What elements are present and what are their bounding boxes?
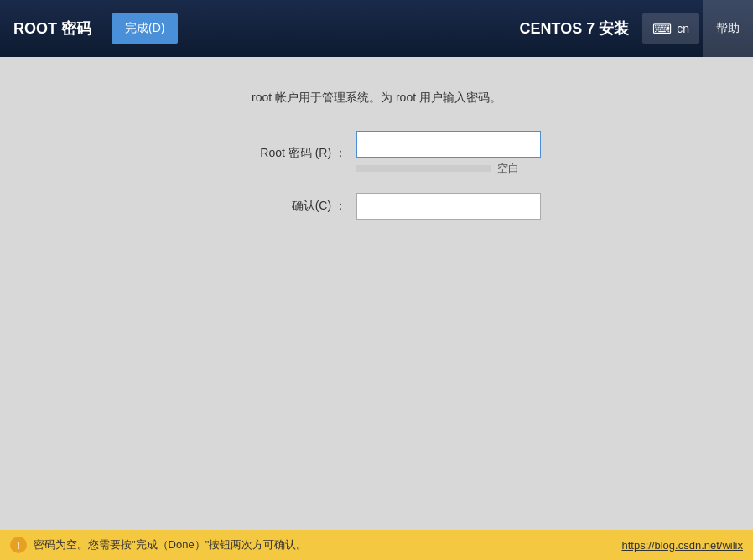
password-input-wrapper: 空白 xyxy=(356,131,541,176)
status-warning-text: 密码为空。您需要按"完成（Done）"按钮两次方可确认。 xyxy=(34,537,307,552)
keyboard-icon: ⌨ xyxy=(652,21,672,37)
main-content: root 帐户用于管理系统。为 root 用户输入密码。 Root 密码 (R)… xyxy=(0,57,753,530)
strength-label: 空白 xyxy=(497,161,519,176)
header-left: ROOT 密码 完成(D) xyxy=(0,0,178,57)
confirm-row: 确认(C) ： xyxy=(212,193,541,220)
strength-bar-container: 空白 xyxy=(356,161,541,176)
done-button[interactable]: 完成(D) xyxy=(112,13,178,44)
status-left: ! 密码为空。您需要按"完成（Done）"按钮两次方可确认。 xyxy=(10,537,307,553)
keyboard-selector[interactable]: ⌨ cn xyxy=(642,13,699,44)
header-right: CENTOS 7 安装 ⌨ cn 帮助 xyxy=(506,0,754,57)
header: ROOT 密码 完成(D) CENTOS 7 安装 ⌨ cn 帮助 xyxy=(0,0,753,57)
status-link[interactable]: https://blog.csdn.net/wilix xyxy=(621,539,743,552)
confirm-label: 确认(C) ： xyxy=(212,199,346,214)
page-title: ROOT 密码 xyxy=(0,18,105,39)
keyboard-lang-label: cn xyxy=(677,22,689,35)
password-input[interactable] xyxy=(356,131,541,158)
password-label: Root 密码 (R) ： xyxy=(212,146,346,161)
strength-bar xyxy=(356,165,491,172)
description-text: root 帐户用于管理系统。为 root 用户输入密码。 xyxy=(252,91,501,106)
status-bar: ! 密码为空。您需要按"完成（Done）"按钮两次方可确认。 https://b… xyxy=(0,530,753,560)
warning-icon: ! xyxy=(10,537,27,553)
password-row: Root 密码 (R) ： 空白 xyxy=(212,131,541,176)
help-button[interactable]: 帮助 xyxy=(703,0,753,57)
form-container: Root 密码 (R) ： 空白 确认(C) ： xyxy=(212,131,541,220)
centos-title: CENTOS 7 安装 xyxy=(506,18,643,39)
confirm-input[interactable] xyxy=(356,193,541,220)
